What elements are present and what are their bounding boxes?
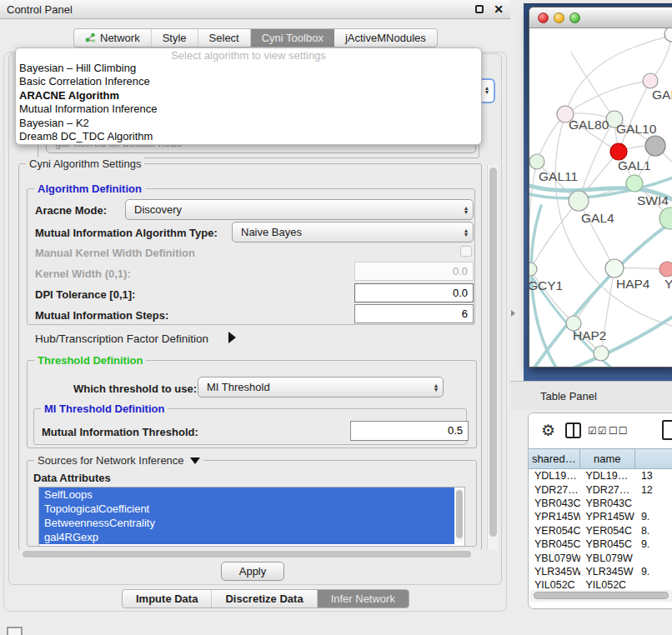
bottom-tab-impute-data[interactable]: Impute Data: [123, 590, 212, 608]
network-window: GALGAL80GAL10GAL1GAL11SWI4GAL4GCY1HAP4YH…: [529, 7, 672, 368]
gear-icon[interactable]: ⚙: [541, 421, 555, 440]
network-window-titlebar[interactable]: [529, 8, 672, 28]
expanded-arrow-icon[interactable]: [190, 458, 200, 464]
dpi-tolerance-field[interactable]: 0.0: [354, 283, 474, 302]
settings-horizontal-scrollbar[interactable]: [20, 549, 482, 558]
table-cell: 9.: [635, 538, 672, 550]
apply-button[interactable]: Apply: [221, 562, 284, 581]
network-node[interactable]: [626, 175, 643, 192]
table-row[interactable]: YBR043CYBR043C: [529, 497, 672, 510]
node-label: HAP4: [616, 277, 650, 291]
page-icon[interactable]: [662, 420, 672, 440]
attribute-item-selected[interactable]: SelfLoops: [39, 488, 454, 502]
table-cell: 9.: [635, 511, 672, 522]
table-cell: YPR145W: [580, 511, 635, 522]
network-node[interactable]: [610, 143, 627, 160]
table-cell: YLR345W: [529, 566, 580, 578]
mi-algorithm-type-combo[interactable]: Naive Bayes ▴▾: [232, 222, 474, 242]
table-panel-title: Table Panel: [540, 390, 597, 402]
network-node[interactable]: [529, 154, 544, 169]
which-threshold-combo[interactable]: MI Threshold ▴▾: [198, 377, 444, 398]
mi-threshold-field[interactable]: 0.5: [350, 421, 469, 441]
algorithm-item[interactable]: Basic Correlation Inference: [16, 75, 481, 88]
tab-jactivemnodules[interactable]: jActiveMNodules: [334, 29, 437, 47]
table-cell: YDR27…: [580, 484, 635, 496]
algorithm-item[interactable]: Dream8 DC_TDC Algorithm: [16, 130, 481, 143]
tab-style[interactable]: Style: [152, 29, 198, 47]
close-icon[interactable]: ✕: [494, 5, 504, 13]
table-cell: YLR345W: [580, 566, 635, 578]
tab-label: Network: [100, 32, 140, 44]
attribute-items: SelfLoopsTopologicalCoefficientBetweenne…: [39, 488, 464, 544]
combo-spinner-icon: ▴▾: [464, 228, 468, 237]
table-row[interactable]: YBR045CYBR045C9.: [529, 538, 672, 551]
network-node[interactable]: [659, 208, 672, 229]
mi-steps-field[interactable]: 6: [354, 304, 474, 323]
table-window: ⚙ ☑☑ ☐☐ shared…name YDL19…YDL19…13YDR27……: [528, 412, 672, 609]
minimize-traffic-light-icon[interactable]: [554, 12, 564, 23]
settings-vscroll-thumb[interactable]: [489, 168, 497, 537]
bottom-tab-discretize-data[interactable]: Discretize Data: [212, 590, 317, 608]
close-traffic-light-icon[interactable]: [538, 12, 549, 23]
table-row[interactable]: YLR345WYLR345W9.: [529, 565, 672, 578]
settings-hscroll-thumb[interactable]: [23, 551, 471, 558]
algorithm-item[interactable]: ARACNE Algorithm: [16, 89, 481, 102]
mi-threshold-definition-title: MI Threshold Definition: [41, 402, 168, 415]
column-header[interactable]: name: [580, 449, 636, 468]
table-horizontal-scrollbar[interactable]: [530, 590, 672, 602]
network-node[interactable]: [605, 259, 624, 278]
table-row[interactable]: YDL19…YDL19…13: [529, 469, 672, 482]
attribute-item-selected[interactable]: gal4RGexp: [39, 530, 454, 544]
table-header-row[interactable]: shared…name: [529, 448, 672, 469]
tab-network[interactable]: Network: [74, 29, 152, 47]
checked-checkboxes-icon[interactable]: ☑☑: [588, 425, 608, 437]
list-vertical-scrollbar[interactable]: [455, 489, 463, 542]
kernel-width-field[interactable]: 0.0: [354, 262, 474, 281]
network-node[interactable]: [529, 262, 537, 276]
attribute-item-selected[interactable]: TopologicalCoefficient: [39, 502, 454, 516]
table-rows[interactable]: YDL19…YDL19…13YDR27…YDR27…12YBR043CYBR04…: [529, 469, 672, 592]
bottom-tab-infer-network[interactable]: Infer Network: [318, 590, 409, 608]
table-hscroll-thumb[interactable]: [534, 592, 669, 599]
which-threshold-value: MI Threshold: [207, 381, 270, 393]
network-node[interactable]: [664, 28, 672, 42]
splitter-handle-icon[interactable]: [511, 310, 515, 317]
manual-kernel-width-checkbox[interactable]: [460, 246, 472, 257]
data-attributes-list[interactable]: SelfLoopsTopologicalCoefficientBetweenne…: [38, 487, 465, 547]
tab-select[interactable]: Select: [198, 29, 251, 47]
hub-section-label[interactable]: Hub/Transcription Factor Definition: [35, 332, 208, 345]
unchecked-checkboxes-icon[interactable]: ☐☐: [609, 425, 629, 437]
algorithm-item[interactable]: Bayesian – Hill Climbing: [16, 62, 481, 75]
table-row[interactable]: YER054CYER054C8.: [529, 524, 672, 538]
settings-vertical-scrollbar[interactable]: [487, 165, 498, 550]
float-window-icon[interactable]: [475, 5, 484, 13]
collapsed-arrow-icon[interactable]: [228, 332, 236, 343]
network-node[interactable]: [645, 136, 665, 156]
network-node[interactable]: [643, 73, 658, 88]
table-row[interactable]: YBL079WYBL079W: [529, 551, 672, 564]
tab-label: Style: [163, 32, 187, 44]
node-label: GAL80: [569, 118, 609, 132]
control-panel-tabbar: NetworkStyleSelectCyni ToolboxjActiveMNo…: [73, 28, 438, 48]
algorithm-item[interactable]: Mutual Information Inference: [16, 102, 481, 116]
window-corner-icon[interactable]: [7, 627, 23, 635]
aracne-mode-combo[interactable]: Discovery ▴▾: [125, 199, 474, 220]
attribute-item-selected[interactable]: BetweennessCentrality: [39, 516, 454, 530]
table-row[interactable]: YPR145WYPR145W9.: [529, 510, 672, 523]
table-row[interactable]: YDR27…YDR27…12: [529, 482, 672, 496]
network-node[interactable]: [569, 191, 589, 211]
algorithm-item[interactable]: Bayesian – K2: [16, 117, 481, 130]
column-header[interactable]: [635, 449, 672, 468]
network-node[interactable]: [594, 346, 609, 361]
tab-cyni-toolbox[interactable]: Cyni Toolbox: [251, 29, 334, 47]
sources-title-text: Sources for Network Inference: [38, 454, 184, 467]
tab-label: Select: [209, 32, 239, 44]
zoom-traffic-light-icon[interactable]: [569, 12, 580, 23]
table-cell: YER054C: [529, 525, 580, 537]
control-panel-title: Control Panel: [7, 3, 73, 16]
network-node[interactable]: [659, 262, 672, 277]
network-canvas[interactable]: GALGAL80GAL10GAL1GAL11SWI4GAL4GCY1HAP4YH…: [529, 28, 672, 368]
column-split-icon[interactable]: [565, 422, 581, 438]
column-header[interactable]: shared…: [529, 449, 580, 468]
list-vscroll-thumb[interactable]: [456, 490, 463, 538]
